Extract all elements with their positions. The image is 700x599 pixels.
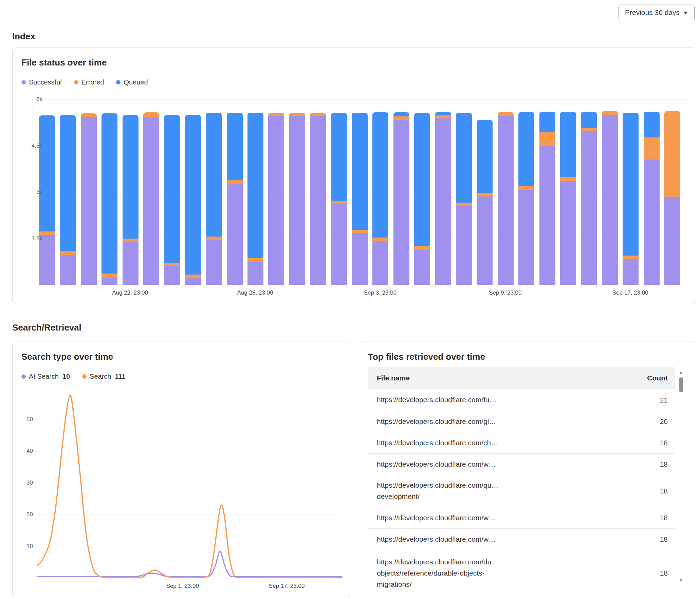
line-series-ai-search [37, 551, 342, 577]
bar-segment-successful [539, 146, 555, 285]
bar-segment-errored [102, 274, 117, 278]
stacked-bar[interactable] [393, 112, 409, 285]
table-row[interactable]: https://developers.cloudflare.com/w…18 [368, 528, 675, 550]
bar-segment-successful [164, 266, 180, 285]
scrollbar-up-icon[interactable]: ▲ [678, 369, 684, 375]
table-row[interactable]: https://developers.cloudflare.com/qu…dev… [368, 475, 675, 507]
chevron-down-icon: ▼ [682, 10, 689, 16]
stacked-bar[interactable] [123, 115, 139, 285]
bar-segment-successful [289, 116, 305, 285]
stacked-bar[interactable] [268, 113, 284, 285]
bar-segment-errored [247, 258, 263, 262]
stacked-bar[interactable] [518, 112, 534, 285]
file-name-line: development/ [377, 491, 660, 502]
stacked-bar[interactable] [227, 113, 243, 285]
y-axis-tick-label: 10 [15, 543, 33, 550]
search-type-title: Search type over time [21, 352, 113, 362]
scrollbar-down-icon[interactable]: ▼ [678, 577, 684, 583]
file-name-line: https://developers.cloudflare.com/ch… [377, 437, 660, 449]
table-row[interactable]: https://developers.cloudflare.com/w…18 [368, 453, 675, 475]
stacked-bar[interactable] [560, 112, 576, 285]
bar-segment-errored [623, 256, 639, 259]
bar-segment-successful [560, 181, 576, 285]
bar-segment-errored [477, 193, 493, 196]
stacked-bar[interactable] [644, 112, 660, 285]
bar-segment-errored [310, 113, 326, 116]
file-name-line: https://developers.cloudflare.com/w… [377, 512, 660, 524]
bar-segment-queued [247, 113, 263, 258]
bar-segment-errored [393, 116, 409, 120]
scrollbar-thumb[interactable] [679, 377, 683, 392]
bar-segment-errored [456, 203, 472, 206]
bar-segment-errored [143, 112, 159, 117]
legend-item-search[interactable]: Search111 [82, 373, 126, 380]
y-axis-tick-label: 30 [15, 480, 33, 486]
legend-count: 10 [62, 373, 70, 380]
bar-segment-successful [206, 240, 222, 285]
stacked-bar[interactable] [414, 113, 430, 285]
stacked-bar[interactable] [664, 111, 680, 285]
stacked-bar[interactable] [623, 113, 639, 285]
bar-segment-queued [164, 115, 180, 263]
stacked-bar[interactable] [60, 115, 76, 285]
stacked-bar[interactable] [498, 112, 514, 285]
stacked-bar[interactable] [602, 111, 618, 285]
stacked-bar[interactable] [331, 113, 347, 285]
date-range-dropdown[interactable]: Previous 30 days ▼ [619, 4, 695, 21]
stacked-bar[interactable] [372, 112, 388, 285]
stacked-bar[interactable] [185, 115, 201, 285]
table-row[interactable]: https://developers.cloudflare.com/du…obj… [368, 550, 675, 596]
bar-segment-errored [664, 111, 680, 198]
bar-segment-successful [185, 278, 201, 285]
stacked-bar[interactable] [164, 115, 180, 285]
bar-segment-successful [372, 241, 388, 285]
stacked-bar[interactable] [289, 113, 305, 285]
stacked-bar[interactable] [102, 113, 117, 285]
stacked-bar[interactable] [143, 112, 159, 285]
file-status-chart [33, 99, 688, 285]
bar-segment-errored [164, 263, 180, 266]
stacked-bar[interactable] [456, 113, 472, 285]
stacked-bar[interactable] [352, 113, 368, 285]
table-row[interactable]: https://developers.cloudflare.com/fu…21 [368, 389, 675, 411]
stacked-bar[interactable] [539, 112, 555, 285]
bar-segment-successful [664, 197, 680, 285]
bar-segment-successful [247, 262, 263, 285]
stacked-bar[interactable] [81, 113, 97, 285]
bar-segment-successful [644, 160, 660, 285]
bar-segment-queued [518, 112, 534, 186]
legend-item-errored[interactable]: Errored [74, 78, 104, 86]
bar-segment-errored [602, 111, 618, 115]
table-row[interactable]: https://developers.cloudflare.com/ch…18 [368, 432, 675, 453]
legend-item-ai-search[interactable]: AI Search10 [21, 373, 70, 380]
bar-segment-queued [39, 115, 55, 231]
stacked-bar[interactable] [39, 115, 55, 285]
stacked-bar[interactable] [247, 113, 263, 285]
bar-segment-queued [331, 113, 347, 201]
file-name-cell: https://developers.cloudflare.com/w… [368, 512, 660, 524]
bar-segment-errored [352, 230, 368, 233]
gridline [33, 99, 688, 100]
bar-segment-successful [123, 242, 139, 285]
legend-item-queued[interactable]: Queued [116, 78, 148, 86]
bar-segment-successful [310, 116, 326, 285]
table-row[interactable]: https://developers.cloudflare.com/gl…20 [368, 411, 675, 432]
file-status-legend: SuccessfulErroredQueued [21, 78, 148, 86]
stacked-bar[interactable] [477, 120, 493, 285]
table-row[interactable]: https://developers.cloudflare.com/w…18 [368, 507, 675, 528]
stacked-bar[interactable] [435, 112, 451, 285]
file-name-cell: https://developers.cloudflare.com/du…obj… [368, 557, 660, 590]
bar-segment-queued [623, 113, 639, 255]
stacked-bar[interactable] [310, 113, 326, 285]
bar-segment-errored [435, 115, 451, 118]
bar-segment-successful [435, 118, 451, 285]
bar-segment-successful [39, 235, 55, 285]
bar-segment-queued [123, 115, 139, 239]
stacked-bar[interactable] [581, 112, 597, 285]
count-cell: 18 [660, 460, 675, 468]
legend-dot-icon [74, 80, 78, 85]
stacked-bar[interactable] [206, 113, 222, 285]
bar-segment-errored [581, 128, 597, 131]
x-axis-tick-label: Sep 3, 23:00 [353, 289, 407, 296]
legend-item-successful[interactable]: Successful [21, 78, 62, 86]
